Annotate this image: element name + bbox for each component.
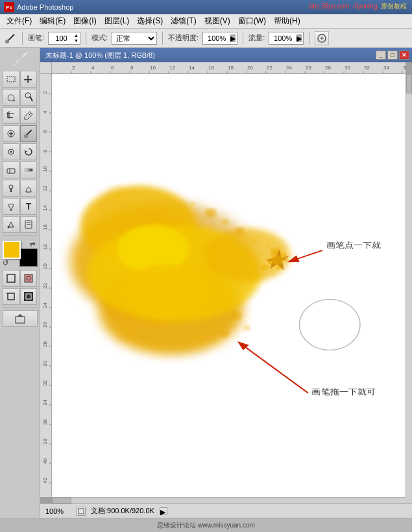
menu-select[interactable]: 选择(S) xyxy=(133,14,167,28)
brush-tool-icon xyxy=(4,32,17,45)
status-icon-1[interactable] xyxy=(77,507,86,516)
flow-arrow[interactable]: ▶ xyxy=(297,34,302,42)
tool-group-7 xyxy=(3,180,37,197)
menu-file[interactable]: 文件(F) xyxy=(3,14,36,28)
svg-rect-29 xyxy=(25,274,32,282)
app-icon: Ps xyxy=(4,2,14,12)
scrollbar-vertical[interactable] xyxy=(406,74,412,497)
menu-window[interactable]: 窗口(W) xyxy=(234,14,270,28)
color-swap-btn[interactable]: ⇄ xyxy=(30,241,38,247)
svg-rect-33 xyxy=(24,292,33,301)
drawing-canvas[interactable]: 画笔点一下就 xyxy=(52,74,406,497)
document-title: 未标题-1 @ 100% (图层 1, RGB/8) xyxy=(45,51,155,60)
screen-mode-btn-1[interactable] xyxy=(3,288,19,305)
brush-size-control[interactable]: ▲ ▼ xyxy=(48,32,80,45)
tool-dodge[interactable] xyxy=(3,180,19,197)
opacity-input[interactable] xyxy=(204,32,229,44)
svg-line-7 xyxy=(14,100,15,101)
svg-line-63 xyxy=(290,250,322,261)
ruler-left xyxy=(40,74,52,497)
menu-image[interactable]: 图像(I) xyxy=(69,14,100,28)
color-reset-btn[interactable]: ↺ xyxy=(3,259,10,267)
svg-rect-31 xyxy=(8,293,14,300)
menu-help[interactable]: 帮助(H) xyxy=(270,14,304,28)
opacity-label: 不透明度: xyxy=(168,33,199,43)
airbrush-btn[interactable] xyxy=(315,31,329,45)
tool-text[interactable]: T xyxy=(20,198,37,215)
svg-point-42 xyxy=(124,264,210,319)
tool-magic-wand[interactable] xyxy=(20,89,37,106)
opacity-arrow[interactable]: ▶ xyxy=(230,34,236,42)
tool-brush[interactable] xyxy=(20,125,37,142)
svg-point-43 xyxy=(205,208,217,218)
jump-icon xyxy=(14,313,26,324)
doc-close-btn[interactable]: ✕ xyxy=(399,51,409,60)
file-info: 文档:900.0K/920.0K xyxy=(91,506,154,516)
app-title: Adobe Photoshop xyxy=(17,3,73,11)
flow-input[interactable] xyxy=(271,32,295,44)
quick-mask-btn[interactable] xyxy=(20,270,37,287)
annotation-drag-text: 画笔拖一下就可 xyxy=(311,387,376,396)
flow-control[interactable]: ▶ xyxy=(269,32,304,45)
tool-burn[interactable] xyxy=(20,180,37,197)
tool-group-4 xyxy=(3,125,37,142)
color-swatch-area: ↺ ⇄ xyxy=(3,241,38,267)
tool-group-2 xyxy=(3,89,37,106)
brush-size-arrows[interactable]: ▲ ▼ xyxy=(74,33,79,43)
scrollbar-horizontal[interactable] xyxy=(52,497,406,503)
scrollbar-v-thumb[interactable] xyxy=(406,74,412,93)
tool-lasso[interactable] xyxy=(3,89,19,106)
svg-point-55 xyxy=(271,255,283,265)
opacity-control[interactable]: ▶ xyxy=(202,32,237,45)
ruler-top-canvas xyxy=(52,62,406,74)
feather-icon xyxy=(11,51,29,69)
tool-group-3 xyxy=(3,107,37,124)
background-color-swatch[interactable] xyxy=(19,248,38,267)
brush-size-input[interactable] xyxy=(50,32,73,44)
standard-mode-btn[interactable] xyxy=(3,270,19,287)
tool-path-select[interactable] xyxy=(3,216,19,233)
doc-maximize-btn[interactable]: □ xyxy=(387,51,398,60)
footer: 思绪设计论坛 www.missyuan.com xyxy=(0,518,412,532)
tool-gradient[interactable] xyxy=(20,162,37,178)
foreground-color-swatch[interactable] xyxy=(3,241,21,259)
tool-clone[interactable] xyxy=(3,143,19,160)
tool-history[interactable] xyxy=(20,143,37,160)
svg-rect-65 xyxy=(79,509,84,514)
menu-view[interactable]: 视图(V) xyxy=(200,14,234,28)
svg-point-45 xyxy=(189,202,195,206)
tool-healing[interactable] xyxy=(3,125,19,142)
scroll-corner xyxy=(406,497,412,503)
toolbox: T ↺ ⇄ xyxy=(0,48,40,518)
svg-point-58 xyxy=(221,330,229,337)
watermark: bbs.98ps.com diyuning 原创教程 xyxy=(309,2,407,11)
menu-edit[interactable]: 编辑(E) xyxy=(36,14,69,28)
title-bar: Ps Adobe Photoshop bbs.98ps.com diyuning… xyxy=(0,0,412,14)
mode-select[interactable]: 正常 溶解 正片叠底 xyxy=(112,32,157,45)
doc-minimize-btn[interactable]: _ xyxy=(376,51,386,60)
svg-point-46 xyxy=(236,228,244,235)
menu-layer[interactable]: 图层(L) xyxy=(101,14,134,28)
jump-to-ir-btn[interactable] xyxy=(3,310,38,327)
screen-mode-btn-2[interactable] xyxy=(20,288,37,305)
tool-group-screen xyxy=(3,288,37,305)
tool-group-1 xyxy=(3,71,37,88)
svg-point-62 xyxy=(300,299,360,350)
scrollbar-h-thumb[interactable] xyxy=(52,498,71,503)
tool-pen[interactable] xyxy=(3,198,19,215)
tool-marquee[interactable] xyxy=(3,71,19,88)
document-window: 未标题-1 @ 100% (图层 1, RGB/8) _ □ ✕ xyxy=(40,48,412,503)
svg-point-60 xyxy=(101,202,112,212)
airbrush-icon xyxy=(316,32,328,44)
tool-notes[interactable] xyxy=(20,216,37,233)
flow-label: 流量: xyxy=(248,33,265,43)
svg-point-24 xyxy=(8,226,10,228)
tool-crop[interactable] xyxy=(3,107,19,124)
menu-filter[interactable]: 滤镜(T) xyxy=(167,14,200,28)
tool-move[interactable] xyxy=(20,71,37,88)
tool-eyedropper[interactable] xyxy=(20,107,37,124)
tool-eraser[interactable] xyxy=(3,162,19,178)
status-arrow-btn[interactable]: ▶ xyxy=(160,507,167,515)
menu-bar: 文件(F) 编辑(E) 图像(I) 图层(L) 选择(S) 滤镜(T) 视图(V… xyxy=(0,14,412,29)
mode-label: 模式: xyxy=(91,33,108,43)
